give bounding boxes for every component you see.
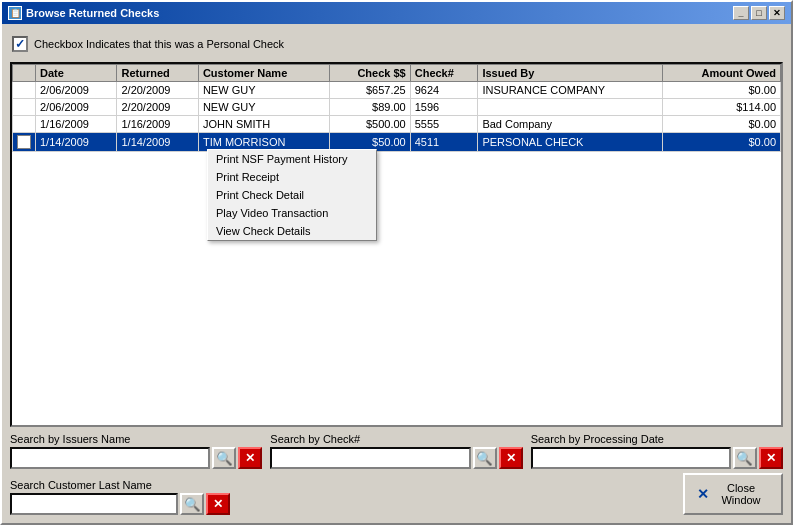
search-section: Search by Issuers Name 🔍 ✕ Search by Che… bbox=[10, 433, 783, 515]
search-issuer-button[interactable]: 🔍 bbox=[212, 447, 236, 469]
personal-check-checkbox[interactable] bbox=[12, 36, 28, 52]
main-window: 📋 Browse Returned Checks _ □ ✕ Checkbox … bbox=[0, 0, 793, 525]
table-body: 2/06/20092/20/2009NEW GUY$657.259624INSU… bbox=[13, 82, 781, 152]
binoculars-icon-3: 🔍 bbox=[736, 451, 753, 466]
search-check-label: Search by Check# bbox=[270, 433, 522, 445]
context-menu-item[interactable]: Print Check Detail bbox=[208, 186, 376, 204]
clear-check-icon: ✕ bbox=[506, 451, 516, 465]
search-issuer-input[interactable] bbox=[10, 447, 210, 469]
search-customer-input[interactable] bbox=[10, 493, 178, 515]
table-header-row: Date Returned Customer Name Check $$ Che… bbox=[13, 65, 781, 82]
col-header-checkbox bbox=[13, 65, 36, 82]
clear-date-icon: ✕ bbox=[766, 451, 776, 465]
row-amount-owed: $114.00 bbox=[663, 99, 781, 116]
row-date: 2/06/2009 bbox=[36, 99, 117, 116]
context-menu-item[interactable]: Play Video Transaction bbox=[208, 204, 376, 222]
context-menu: Print NSF Payment HistoryPrint ReceiptPr… bbox=[207, 149, 377, 241]
row-customer: NEW GUY bbox=[198, 82, 329, 99]
minimize-button[interactable]: _ bbox=[733, 6, 749, 20]
binoculars-icon-4: 🔍 bbox=[184, 497, 201, 512]
search-check-group: Search by Check# 🔍 ✕ bbox=[270, 433, 522, 469]
row-customer: JOHN SMITH bbox=[198, 116, 329, 133]
row-returned: 1/16/2009 bbox=[117, 116, 198, 133]
search-date-label: Search by Processing Date bbox=[531, 433, 783, 445]
row-issued-by: Bad Company bbox=[478, 116, 663, 133]
returned-checks-table-container: Date Returned Customer Name Check $$ Che… bbox=[10, 62, 783, 427]
row-check-num: 5555 bbox=[410, 116, 478, 133]
row-checkbox-cell bbox=[13, 82, 36, 99]
row-issued-by: PERSONAL CHECK bbox=[478, 133, 663, 152]
row-date: 1/16/2009 bbox=[36, 116, 117, 133]
close-window-button[interactable]: ✕ bbox=[769, 6, 785, 20]
row-check-amount: $500.00 bbox=[330, 116, 411, 133]
row-issued-by: INSURANCE COMPANY bbox=[478, 82, 663, 99]
search-customer-label: Search Customer Last Name bbox=[10, 479, 230, 491]
row-check-amount: $89.00 bbox=[330, 99, 411, 116]
table-row[interactable]: 2/06/20092/20/2009NEW GUY$657.259624INSU… bbox=[13, 82, 781, 99]
clear-issuer-button[interactable]: ✕ bbox=[238, 447, 262, 469]
clear-customer-icon: ✕ bbox=[213, 497, 223, 511]
row-checkbox-cell bbox=[13, 133, 36, 152]
col-header-date: Date bbox=[36, 65, 117, 82]
search-date-input[interactable] bbox=[531, 447, 731, 469]
title-bar: 📋 Browse Returned Checks _ □ ✕ bbox=[2, 2, 791, 24]
window-icon: 📋 bbox=[8, 6, 22, 20]
row-date: 1/14/2009 bbox=[36, 133, 117, 152]
returned-checks-table: Date Returned Customer Name Check $$ Che… bbox=[12, 64, 781, 152]
row-checkbox-cell bbox=[13, 99, 36, 116]
window-controls: _ □ ✕ bbox=[733, 6, 785, 20]
clear-issuer-icon: ✕ bbox=[245, 451, 255, 465]
search-date-group: Search by Processing Date 🔍 ✕ bbox=[531, 433, 783, 469]
checkbox-label-row: Checkbox Indicates that this was a Perso… bbox=[10, 32, 783, 56]
row-check-num: 4511 bbox=[410, 133, 478, 152]
context-menu-item[interactable]: View Check Details bbox=[208, 222, 376, 240]
row-amount-owed: $0.00 bbox=[663, 82, 781, 99]
row-date: 2/06/2009 bbox=[36, 82, 117, 99]
col-header-customer: Customer Name bbox=[198, 65, 329, 82]
context-menu-item[interactable]: Print Receipt bbox=[208, 168, 376, 186]
col-header-returned: Returned bbox=[117, 65, 198, 82]
search-issuer-label: Search by Issuers Name bbox=[10, 433, 262, 445]
binoculars-icon: 🔍 bbox=[216, 451, 233, 466]
clear-date-button[interactable]: ✕ bbox=[759, 447, 783, 469]
close-x-icon: ✕ bbox=[697, 486, 709, 502]
row-check-amount: $657.25 bbox=[330, 82, 411, 99]
bottom-row: Search Customer Last Name 🔍 ✕ ✕ Close Wi… bbox=[10, 473, 783, 515]
row-check-num: 9624 bbox=[410, 82, 478, 99]
checkbox-label: Checkbox Indicates that this was a Perso… bbox=[34, 38, 284, 50]
binoculars-icon-2: 🔍 bbox=[476, 451, 493, 466]
window-content: Checkbox Indicates that this was a Perso… bbox=[2, 24, 791, 523]
window-title: Browse Returned Checks bbox=[26, 7, 159, 19]
row-customer: NEW GUY bbox=[198, 99, 329, 116]
context-menu-item[interactable]: Print NSF Payment History bbox=[208, 150, 376, 168]
row-checkbox-cell bbox=[13, 116, 36, 133]
search-check-input[interactable] bbox=[270, 447, 470, 469]
row-returned: 2/20/2009 bbox=[117, 82, 198, 99]
row-amount-owed: $0.00 bbox=[663, 116, 781, 133]
search-customer-group: Search Customer Last Name 🔍 ✕ bbox=[10, 479, 230, 515]
row-check-num: 1596 bbox=[410, 99, 478, 116]
row-amount-owed: $0.00 bbox=[663, 133, 781, 152]
row-issued-by bbox=[478, 99, 663, 116]
row-returned: 2/20/2009 bbox=[117, 99, 198, 116]
col-header-check-amount: Check $$ bbox=[330, 65, 411, 82]
search-check-button[interactable]: 🔍 bbox=[473, 447, 497, 469]
row-returned: 1/14/2009 bbox=[117, 133, 198, 152]
table-row[interactable]: 1/16/20091/16/2009JOHN SMITH$500.005555B… bbox=[13, 116, 781, 133]
col-header-amount-owed: Amount Owed bbox=[663, 65, 781, 82]
close-window-main-button[interactable]: ✕ Close Window bbox=[683, 473, 783, 515]
col-header-issued-by: Issued By bbox=[478, 65, 663, 82]
search-row-top: Search by Issuers Name 🔍 ✕ Search by Che… bbox=[10, 433, 783, 469]
maximize-button[interactable]: □ bbox=[751, 6, 767, 20]
search-customer-button[interactable]: 🔍 bbox=[180, 493, 204, 515]
row-checkbox-indicator bbox=[17, 135, 31, 149]
col-header-check-num: Check# bbox=[410, 65, 478, 82]
clear-check-button[interactable]: ✕ bbox=[499, 447, 523, 469]
clear-customer-button[interactable]: ✕ bbox=[206, 493, 230, 515]
search-issuer-group: Search by Issuers Name 🔍 ✕ bbox=[10, 433, 262, 469]
close-window-label: Close Window bbox=[713, 482, 769, 506]
table-row[interactable]: 2/06/20092/20/2009NEW GUY$89.001596$114.… bbox=[13, 99, 781, 116]
search-date-button[interactable]: 🔍 bbox=[733, 447, 757, 469]
table-row[interactable]: 1/14/20091/14/2009TIM MORRISON$50.004511… bbox=[13, 133, 781, 152]
